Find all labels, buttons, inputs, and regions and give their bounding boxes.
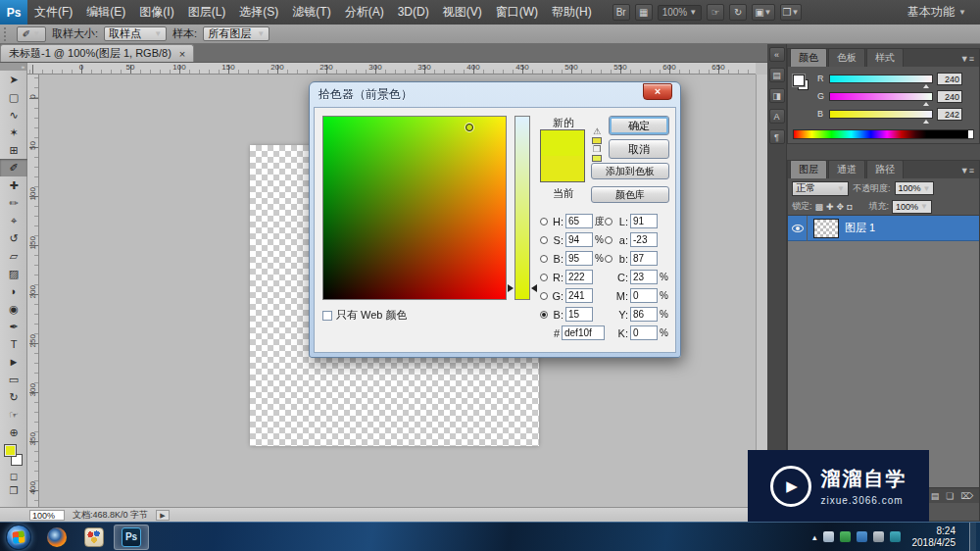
menu-item-2[interactable]: 图像(I) bbox=[132, 0, 180, 25]
picker-right-input-0[interactable] bbox=[630, 214, 658, 228]
picker-left-radio-2[interactable] bbox=[540, 255, 548, 263]
slider-arrow-right-icon[interactable] bbox=[531, 284, 537, 292]
layers-panel-tab-1[interactable]: 通道 bbox=[828, 160, 865, 178]
layer-row[interactable]: 图层 1 bbox=[788, 216, 979, 241]
menu-item-9[interactable]: 窗口(W) bbox=[489, 0, 545, 25]
lock-pixels-icon[interactable]: ✚ bbox=[826, 202, 834, 212]
menu-item-6[interactable]: 分析(A) bbox=[338, 0, 391, 25]
healing-brush-tool[interactable]: ✚ bbox=[0, 176, 27, 194]
new-group-icon[interactable]: ▤ bbox=[931, 491, 940, 501]
crop-tool[interactable]: ⊞ bbox=[0, 141, 27, 159]
foreground-color-swatch[interactable] bbox=[4, 444, 17, 457]
eyedropper-tool-preset[interactable]: ✐▼ bbox=[17, 26, 46, 42]
color-panel-tab-1[interactable]: 色板 bbox=[828, 48, 865, 67]
close-icon[interactable]: × bbox=[179, 48, 185, 60]
layers-panel-tab-0[interactable]: 图层 bbox=[790, 160, 827, 178]
picker-right-input-4[interactable] bbox=[630, 288, 658, 303]
marquee-tool[interactable]: ▢ bbox=[0, 88, 27, 106]
slider-arrow-left-icon[interactable] bbox=[508, 284, 514, 292]
menu-item-3[interactable]: 图层(L) bbox=[181, 0, 233, 25]
picker-left-radio-3[interactable] bbox=[540, 274, 548, 281]
color-spectrum-ramp[interactable] bbox=[793, 129, 974, 139]
status-zoom-field[interactable]: 100% bbox=[29, 510, 65, 521]
picker-left-radio-0[interactable] bbox=[540, 218, 548, 225]
collapse-dock-icon[interactable]: « bbox=[769, 47, 785, 62]
dialog-close-button[interactable]: × bbox=[643, 83, 672, 100]
layers-panel-tab-2[interactable]: 路径 bbox=[866, 160, 904, 178]
menu-item-8[interactable]: 视图(V) bbox=[436, 0, 489, 25]
hex-input[interactable] bbox=[562, 326, 605, 340]
picker-left-input-0[interactable] bbox=[565, 214, 593, 228]
bridge-icon[interactable]: Br bbox=[612, 4, 630, 21]
eyedropper-tool[interactable]: ✐ bbox=[0, 159, 27, 176]
rotate-view-icon[interactable]: ↻ bbox=[729, 4, 747, 21]
new-layer-icon[interactable]: ❏ bbox=[946, 491, 954, 501]
picker-right-input-1[interactable] bbox=[630, 232, 658, 247]
character-panel-icon[interactable]: A bbox=[769, 109, 785, 124]
quick-selection-tool[interactable]: ✶ bbox=[0, 124, 27, 141]
layer-thumbnail[interactable] bbox=[813, 219, 839, 238]
lock-position-icon[interactable]: ✥ bbox=[837, 202, 845, 212]
lock-all-icon[interactable]: ◘ bbox=[847, 202, 852, 212]
fill-value[interactable]: 100%▼ bbox=[892, 200, 932, 214]
lock-transparency-icon[interactable]: ▩ bbox=[815, 202, 824, 212]
picker-right-input-5[interactable] bbox=[630, 307, 658, 322]
swatches-panel-icon[interactable]: ▤ bbox=[769, 68, 785, 82]
zoom-tool[interactable]: ⊕ bbox=[0, 424, 27, 441]
brush-tool[interactable]: ✏ bbox=[0, 194, 27, 212]
history-brush-tool[interactable]: ↺ bbox=[0, 229, 27, 247]
color-slider-strip[interactable] bbox=[514, 116, 530, 300]
shape-tool[interactable]: ▭ bbox=[0, 371, 27, 388]
rotate-view-tool[interactable]: ↻ bbox=[0, 388, 27, 406]
blur-tool[interactable]: ◗ bbox=[0, 282, 27, 300]
tray-icon[interactable] bbox=[857, 531, 867, 542]
gamut-warning-icon[interactable]: ⚠ bbox=[593, 127, 601, 136]
tray-icon[interactable] bbox=[873, 531, 884, 542]
color-field[interactable] bbox=[322, 116, 507, 300]
menu-item-1[interactable]: 编辑(E) bbox=[79, 0, 132, 25]
hand-tool[interactable]: ☞ bbox=[0, 406, 27, 424]
zoom-level-select[interactable]: 100%▼ bbox=[658, 5, 703, 21]
slider-marker-icon[interactable] bbox=[923, 102, 929, 106]
screen-mode-icon[interactable]: ❐ ▼ bbox=[780, 4, 803, 21]
pen-tool[interactable]: ✒ bbox=[0, 318, 27, 335]
tools-panel-header[interactable]: » bbox=[0, 63, 26, 71]
quick-mask-button[interactable]: ◻ bbox=[0, 469, 27, 483]
menu-item-0[interactable]: 文件(F) bbox=[27, 0, 79, 25]
blend-mode-select[interactable]: 正常▼ bbox=[792, 181, 849, 196]
layer-visibility-toggle[interactable] bbox=[788, 216, 808, 241]
path-selection-tool[interactable]: ► bbox=[0, 353, 27, 371]
tray-expand-icon[interactable]: ▴ bbox=[812, 532, 817, 542]
slider-marker-icon[interactable] bbox=[923, 84, 929, 88]
move-tool[interactable]: ➤ bbox=[0, 71, 27, 88]
add-to-swatches-button[interactable]: 添加到色板 bbox=[591, 163, 669, 179]
clone-stamp-tool[interactable]: ⌖ bbox=[0, 212, 27, 229]
picker-left-radio-1[interactable] bbox=[540, 236, 548, 244]
b-value[interactable]: 242 bbox=[937, 108, 962, 121]
picker-left-input-5[interactable] bbox=[565, 307, 593, 322]
picker-right-radio-0[interactable] bbox=[605, 218, 612, 225]
picker-right-input-3[interactable] bbox=[630, 270, 658, 284]
arrange-documents-icon[interactable]: ▣ ▼ bbox=[752, 4, 774, 21]
sample-select[interactable]: 所有图层▼ bbox=[203, 26, 270, 41]
g-value[interactable]: 240 bbox=[937, 90, 962, 103]
tray-icon[interactable] bbox=[840, 531, 851, 542]
r-value[interactable]: 240 bbox=[937, 73, 962, 85]
show-desktop-button[interactable] bbox=[969, 523, 976, 551]
color-panel-tab-0[interactable]: 颜色 bbox=[790, 48, 827, 67]
ruler-vertical[interactable]: 050100150200250300350400 bbox=[27, 75, 39, 507]
type-tool[interactable]: T bbox=[0, 335, 27, 353]
g-slider[interactable] bbox=[829, 92, 933, 101]
picker-left-radio-5[interactable] bbox=[540, 311, 548, 319]
web-only-option[interactable]: 只有 Web 颜色 bbox=[322, 308, 408, 323]
picker-left-radio-4[interactable] bbox=[540, 292, 548, 300]
lasso-tool[interactable]: ∿ bbox=[0, 106, 27, 124]
color-panel-tab-2[interactable]: 样式 bbox=[866, 48, 904, 67]
start-button[interactable] bbox=[6, 525, 31, 550]
picker-left-input-1[interactable] bbox=[565, 232, 593, 247]
color-libraries-button[interactable]: 颜色库 bbox=[591, 186, 669, 203]
paragraph-panel-icon[interactable]: ¶ bbox=[769, 129, 785, 144]
delete-layer-icon[interactable]: ⌦ bbox=[960, 491, 973, 501]
ok-button[interactable]: 确定 bbox=[609, 116, 669, 135]
dialog-titlebar[interactable]: 拾色器（前景色） bbox=[310, 82, 680, 106]
